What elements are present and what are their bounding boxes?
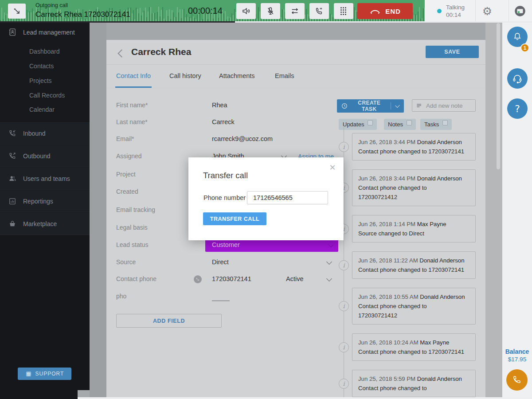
contact-phone-value[interactable]: 17203072141	[212, 275, 251, 282]
support-chat-button[interactable]	[507, 68, 528, 89]
new-call-button[interactable]	[506, 369, 528, 391]
filter-label: Notes	[388, 121, 403, 128]
waveform-bar	[31, 12, 31, 21]
question-mark-icon: ?	[515, 103, 520, 114]
updates-checkbox[interactable]	[368, 120, 373, 125]
waveform-bar	[162, 7, 163, 21]
activity-user: Max Payne	[420, 339, 449, 346]
waveform-bar	[355, 10, 356, 21]
collapse-call-bar-button[interactable]	[8, 4, 26, 19]
waveform-bar	[4, 12, 5, 21]
sidebar-item-lead-management[interactable]: Lead management	[8, 27, 75, 37]
waveform-bar	[166, 10, 167, 21]
waveform-bar	[418, 12, 419, 21]
tab-contact-info[interactable]: Contact Info	[116, 72, 151, 79]
sidebar-item-label: Inbound	[23, 130, 46, 137]
activity-date: Jun 26, 2018 10:24 AM	[358, 339, 419, 346]
filter-label: Updates	[343, 121, 364, 128]
scroll-nub[interactable]	[78, 390, 90, 397]
close-icon[interactable]: ✕	[328, 163, 337, 172]
filter-chip-updates[interactable]: Updates	[339, 119, 377, 130]
activity-card: Jun 26, 2018 3:44 PM Donald AndersonCont…	[352, 133, 476, 160]
waveform-bar	[168, 16, 168, 21]
chevron-down-icon[interactable]	[326, 276, 332, 282]
sidebar-item-projects[interactable]: Projects	[29, 77, 52, 84]
lead-status-value: Customer	[212, 241, 240, 248]
waveform-bar	[173, 12, 174, 21]
email-value[interactable]: rcarreck9@ucoz.com	[212, 135, 273, 142]
filter-chip-tasks[interactable]: Tasks	[420, 119, 452, 130]
end-call-button[interactable]: END	[357, 3, 413, 19]
back-button[interactable]	[117, 49, 125, 57]
activity-message: 172030721412	[358, 192, 469, 202]
transfer-phone-input[interactable]	[247, 191, 328, 204]
activity-entry: iJun 25, 2018 5:59 PM Donald AndersonCon…	[339, 370, 476, 397]
hold-call-button[interactable]	[309, 3, 329, 19]
help-button[interactable]: ?	[507, 98, 528, 119]
divider	[509, 0, 509, 22]
tab-attachments[interactable]: Attachments	[219, 72, 255, 79]
waveform-bar	[229, 18, 230, 21]
call-status-area: Talking 00:14 ⚙	[425, 0, 532, 22]
screen-widget-toggle[interactable]	[513, 4, 528, 18]
activity-date: Jun 26, 2018 3:44 PM	[358, 175, 415, 182]
contact-phone-status[interactable]: Active	[286, 275, 304, 282]
balance-label: Balance	[502, 348, 532, 356]
activity-message: Contact phone changed to	[358, 301, 469, 311]
add-note-input[interactable]	[426, 102, 472, 109]
sidebar-item-calendar[interactable]: Calendar	[29, 106, 55, 113]
dialpad-button[interactable]	[334, 3, 353, 19]
sidebar-item-reportings[interactable]: Reportings	[0, 190, 90, 212]
waveform-bar	[234, 9, 235, 21]
source-value[interactable]: Direct	[212, 258, 229, 266]
save-button[interactable]: SAVE	[426, 46, 479, 58]
support-button[interactable]: SUPPORT	[18, 368, 71, 380]
waveform-bar	[150, 7, 151, 21]
mute-microphone-button[interactable]	[261, 3, 280, 19]
waveform-bar	[330, 14, 331, 21]
tab-call-history[interactable]: Call history	[169, 72, 201, 79]
transfer-call-submit-button[interactable]: TRANSFER CALL	[203, 212, 266, 225]
sidebar-item-contacts[interactable]: Contacts	[29, 63, 54, 70]
sidebar-item-label: Users and teams	[23, 175, 70, 182]
empty-value-dash[interactable]	[212, 301, 230, 301]
settings-gear-icon[interactable]: ⚙	[476, 5, 499, 18]
notes-checkbox[interactable]	[407, 120, 412, 125]
chevron-down-icon[interactable]	[326, 259, 332, 265]
create-task-button[interactable]: CREATE TASK	[337, 99, 404, 113]
add-field-button[interactable]: ADD FIELD	[116, 314, 222, 328]
transfer-call-button[interactable]	[285, 3, 305, 19]
waveform-bar	[169, 9, 170, 21]
lead-status-select[interactable]: Customer	[205, 239, 338, 252]
activity-entry: iJun 26, 2018 3:44 PM Donald AndersonCon…	[339, 169, 476, 206]
sidebar-item-users-and-teams[interactable]: Users and teams	[0, 168, 90, 190]
horizontal-scrollbar[interactable]	[78, 397, 532, 399]
speaker-button[interactable]	[236, 3, 256, 19]
sidebar-item-marketplace[interactable]: Marketplace	[0, 213, 90, 235]
waveform-bar	[414, 15, 415, 21]
timeline-icon-cell: i	[339, 142, 352, 152]
dialpad-icon	[340, 7, 347, 16]
info-icon: i	[339, 342, 349, 352]
filter-chip-notes[interactable]: Notes	[384, 119, 416, 130]
waveform-bar	[142, 12, 143, 21]
first-name-value[interactable]: Rhea	[212, 102, 227, 109]
clock-icon	[341, 102, 348, 110]
tab-emails[interactable]: Emails	[275, 72, 294, 79]
sidebar-item-inbound[interactable]: Inbound	[0, 122, 90, 145]
sidebar-item-outbound[interactable]: Outbound	[0, 145, 90, 167]
waveform-bar	[174, 17, 175, 21]
waveform-bar	[416, 15, 417, 21]
waveform-bar	[218, 18, 219, 21]
filter-label: Tasks	[424, 121, 439, 128]
vertical-scrollbar-thumb[interactable]	[497, 23, 500, 169]
bell-icon	[512, 31, 523, 42]
sidebar-item-call-records[interactable]: Call Records	[29, 92, 65, 99]
waveform-bar	[138, 13, 139, 21]
talking-status-time: 00:14	[446, 11, 465, 19]
last-name-value[interactable]: Carreck	[212, 118, 235, 125]
call-type-label: Outgoing call	[35, 2, 130, 9]
sidebar-item-dashboard[interactable]: Dashboard	[29, 48, 60, 55]
tasks-checkbox[interactable]	[442, 120, 448, 125]
add-note-field[interactable]	[412, 99, 476, 112]
